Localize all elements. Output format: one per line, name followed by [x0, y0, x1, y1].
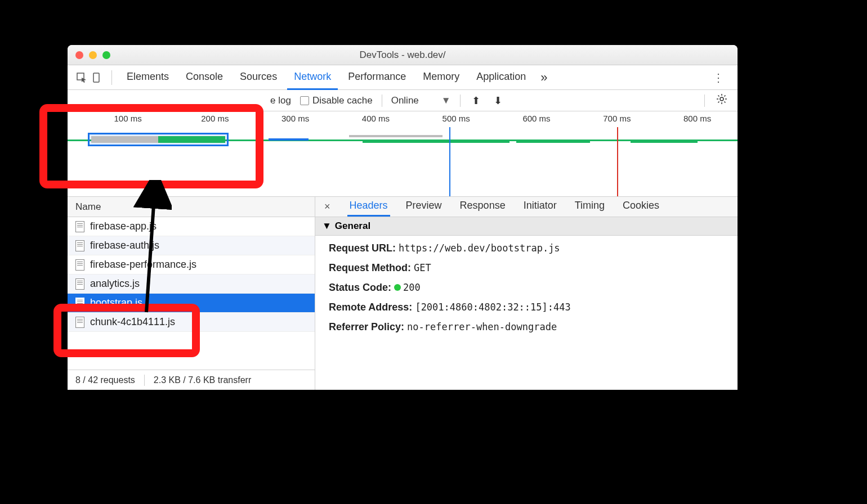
file-icon [75, 240, 84, 251]
status-code-row: Status Code: 200 [329, 282, 724, 294]
status-ok-icon [394, 284, 401, 291]
tab-network[interactable]: Network [287, 65, 338, 90]
titlebar: DevTools - web.dev/ [68, 45, 738, 65]
devtools-window: DevTools - web.dev/ Elements Console Sou… [68, 45, 738, 390]
table-row-selected[interactable]: bootstrap.js [68, 294, 315, 313]
preserve-log-checkbox[interactable]: e log [270, 95, 291, 106]
throttling-select[interactable]: Online ▼ [391, 95, 451, 106]
remote-address-row: Remote Address: [2001:4860:4802:32::15]:… [329, 302, 724, 313]
tab-memory[interactable]: Memory [416, 65, 466, 90]
timeline-ticks: 100 ms 200 ms 300 ms 400 ms 500 ms 600 m… [68, 114, 738, 124]
general-section-body: Request URL: https://web.dev/bootstrap.j… [315, 236, 738, 340]
file-icon [75, 259, 84, 271]
tab-sources[interactable]: Sources [233, 65, 284, 90]
requests-count: 8 / 42 requests [75, 375, 135, 385]
name-column-header[interactable]: Name [68, 197, 315, 217]
device-icon[interactable] [91, 71, 104, 84]
file-icon [75, 221, 84, 232]
inspect-icon[interactable] [75, 71, 88, 84]
download-har-icon[interactable]: ⬇ [491, 94, 504, 107]
general-section-header[interactable]: ▼ General [315, 217, 738, 236]
chevron-down-icon: ▼ [441, 95, 451, 106]
table-row[interactable]: firebase-app.js [68, 217, 315, 236]
load-marker [617, 127, 618, 196]
request-method-row: Request Method: GET [329, 262, 724, 274]
tab-elements[interactable]: Elements [120, 65, 176, 90]
request-list[interactable]: firebase-app.js firebase-auth.js firebas… [68, 217, 315, 370]
domcontentloaded-marker [449, 127, 450, 196]
close-detail-icon[interactable]: × [321, 201, 334, 213]
svg-rect-1 [93, 73, 99, 82]
table-row[interactable]: firebase-auth.js [68, 236, 315, 255]
request-detail-pane: × Headers Preview Response Initiator Tim… [315, 197, 738, 390]
disclosure-triangle-icon: ▼ [322, 220, 332, 232]
detail-tabs: × Headers Preview Response Initiator Tim… [315, 197, 738, 217]
detail-tab-timing[interactable]: Timing [573, 197, 607, 217]
checkbox-icon [300, 96, 309, 105]
more-tabs-icon[interactable]: » [537, 70, 551, 85]
timeline-overview[interactable]: 100 ms 200 ms 300 ms 400 ms 500 ms 600 m… [68, 111, 738, 197]
waterfall-bars [68, 128, 738, 156]
tab-performance[interactable]: Performance [341, 65, 413, 90]
network-toolbar: e log Disable cache Online ▼ ⬆ ⬇ [68, 90, 738, 111]
transfer-size: 2.3 KB / 7.6 KB transferr [154, 375, 251, 385]
status-bar: 8 / 42 requests 2.3 KB / 7.6 KB transfer… [68, 370, 315, 390]
request-url-row: Request URL: https://web.dev/bootstrap.j… [329, 242, 724, 254]
detail-tab-response[interactable]: Response [458, 197, 508, 217]
referrer-policy-row: Referrer Policy: no-referrer-when-downgr… [329, 321, 724, 333]
file-icon [75, 278, 84, 290]
window-title: DevTools - web.dev/ [68, 50, 738, 61]
detail-tab-cookies[interactable]: Cookies [620, 197, 662, 217]
detail-tab-headers[interactable]: Headers [347, 197, 390, 217]
upload-har-icon[interactable]: ⬆ [470, 94, 482, 107]
table-row[interactable]: analytics.js [68, 274, 315, 294]
tab-application[interactable]: Application [470, 65, 533, 90]
kebab-menu-icon[interactable]: ⋮ [707, 71, 730, 84]
tab-console[interactable]: Console [179, 65, 230, 90]
table-row[interactable]: chunk-4c1b4111.js [68, 313, 315, 332]
table-row[interactable]: firebase-performance.js [68, 255, 315, 274]
request-list-pane: Name firebase-app.js firebase-auth.js fi… [68, 197, 315, 390]
panel-tabs: Elements Console Sources Network Perform… [68, 65, 738, 90]
svg-point-2 [720, 97, 723, 101]
detail-tab-preview[interactable]: Preview [404, 197, 444, 217]
file-icon [75, 298, 84, 309]
disable-cache-checkbox[interactable]: Disable cache [300, 95, 373, 106]
settings-gear-icon[interactable] [714, 93, 730, 107]
detail-tab-initiator[interactable]: Initiator [521, 197, 559, 217]
file-icon [75, 317, 84, 328]
